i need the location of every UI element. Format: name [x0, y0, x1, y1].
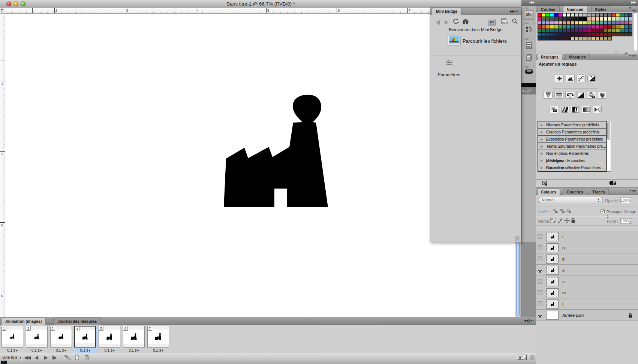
lock-all-icon[interactable] [571, 218, 577, 223]
color-swatch[interactable] [599, 36, 604, 40]
animation-frame-7[interactable]: 70,1 s▼ [146, 325, 171, 353]
frame-thumbnail[interactable]: 2 [26, 326, 48, 348]
layer-visibility-well[interactable] [536, 231, 544, 242]
color-swatch[interactable] [575, 33, 579, 36]
color-swatch[interactable] [587, 17, 591, 21]
color-swatch[interactable] [550, 36, 554, 40]
layer-row-arri-re-plan[interactable]: Arrière-plan [536, 310, 638, 321]
collapsed-panel-tab[interactable]: a...p4 [521, 83, 536, 94]
color-swatch[interactable] [604, 29, 608, 33]
color-swatch[interactable] [542, 21, 546, 25]
color-swatch[interactable] [538, 25, 542, 28]
color-swatch[interactable] [624, 17, 628, 21]
color-swatch[interactable] [558, 29, 562, 33]
color-swatch[interactable] [587, 36, 591, 40]
color-swatch[interactable] [562, 36, 566, 40]
history-panel-icon[interactable] [525, 25, 533, 33]
layers-panel-menu-icon[interactable] [629, 190, 636, 193]
tab-animation-images-[interactable]: Animation (images) [1, 318, 46, 325]
frame-thumbnail[interactable]: 4 [74, 326, 96, 348]
play-button[interactable]: ▶ [44, 355, 47, 360]
color-swatch[interactable] [604, 21, 608, 25]
dock-grip[interactable] [524, 66, 534, 68]
color-swatch[interactable] [542, 36, 546, 40]
color-swatch[interactable] [550, 21, 554, 25]
frame-thumbnail[interactable]: 7 [147, 326, 169, 348]
unify-visibility-icon[interactable] [559, 208, 565, 214]
color-swatch[interactable] [571, 21, 575, 25]
color-swatch[interactable] [546, 17, 550, 21]
color-swatch[interactable] [546, 29, 550, 33]
color-swatch[interactable] [571, 36, 575, 40]
layer-name[interactable]: o [562, 268, 565, 273]
eye-icon[interactable] [537, 313, 543, 320]
eye-icon[interactable] [537, 268, 543, 275]
channel-mixer-adjustment-button[interactable] [598, 91, 607, 99]
layer-thumbnail[interactable] [546, 277, 559, 286]
tab-couches[interactable]: Couches [563, 189, 587, 195]
visibility-checkbox[interactable] [538, 279, 542, 284]
color-swatch[interactable] [595, 33, 599, 36]
color-swatch[interactable] [624, 25, 628, 28]
layer-name[interactable]: m [562, 291, 566, 295]
layer-row-l[interactable]: l [536, 298, 638, 310]
frame-thumbnail[interactable]: 6 [123, 326, 145, 348]
animation-frame-2[interactable]: 20,1 s▼ [25, 325, 49, 353]
curves-adjustment-button[interactable] [577, 75, 586, 82]
color-swatch[interactable] [587, 29, 591, 33]
visibility-checkbox[interactable] [538, 290, 542, 295]
color-swatch[interactable] [608, 13, 612, 17]
color-swatch[interactable] [550, 25, 554, 28]
color-swatch[interactable] [579, 17, 583, 21]
color-swatch[interactable] [612, 17, 616, 21]
preset-row[interactable]: Niveaux Paramètres prédéfinis [538, 121, 606, 129]
tab-masques[interactable]: Masques [565, 54, 590, 60]
color-swatch[interactable] [583, 33, 587, 36]
color-swatch[interactable] [562, 25, 566, 28]
dock-grip[interactable] [524, 7, 534, 9]
color-swatch[interactable] [616, 21, 620, 25]
color-swatch[interactable] [591, 33, 595, 36]
color-swatch[interactable] [608, 21, 612, 25]
layer-row-o[interactable]: o [536, 265, 638, 276]
dock-grip[interactable] [524, 22, 534, 24]
color-swatch[interactable] [579, 33, 583, 36]
color-swatch[interactable] [538, 29, 542, 33]
posterize-adjustment-button[interactable] [560, 106, 569, 113]
frame-thumbnail[interactable]: 5 [99, 326, 120, 348]
color-swatch[interactable] [546, 36, 550, 40]
layer-row-n[interactable]: n [536, 276, 638, 287]
layer-row-m[interactable]: m [536, 287, 638, 298]
tab-trac-s[interactable]: Tracés [589, 189, 609, 195]
refresh-icon[interactable] [452, 18, 460, 26]
swatches-scrollbar[interactable] [633, 12, 637, 51]
color-swatch[interactable] [616, 33, 620, 36]
layer-thumbnail[interactable] [546, 300, 559, 309]
color-swatch[interactable] [587, 33, 591, 36]
layer-name[interactable]: q [562, 246, 565, 250]
layer-thumbnail[interactable] [546, 288, 559, 297]
color-swatch[interactable] [616, 29, 620, 33]
unify-style-icon[interactable] [566, 208, 572, 214]
color-swatch[interactable] [550, 13, 554, 17]
layer-thumbnail[interactable] [546, 232, 559, 241]
first-frame-button[interactable]: ◀◀ [24, 355, 30, 360]
color-swatch[interactable] [599, 13, 604, 17]
color-swatch[interactable] [575, 25, 579, 28]
color-swatch[interactable] [583, 29, 587, 33]
layer-name[interactable]: r [562, 234, 564, 239]
color-swatch[interactable] [558, 13, 562, 17]
color-swatch[interactable] [546, 33, 550, 36]
color-swatch[interactable] [538, 36, 542, 40]
layer-visibility-well[interactable] [536, 253, 544, 264]
color-swatch[interactable] [612, 33, 616, 36]
settings-label[interactable]: Paramètres [438, 72, 460, 77]
color-swatch[interactable] [628, 25, 632, 28]
layer-thumbnail[interactable] [546, 266, 559, 275]
color-swatch[interactable] [616, 25, 620, 28]
color-swatch[interactable] [599, 33, 604, 36]
layer-visibility-well[interactable] [536, 287, 544, 298]
tab-mini-bridge[interactable]: Mini Bridge [432, 8, 461, 15]
color-swatch[interactable] [571, 25, 575, 28]
layer-visibility-well[interactable] [536, 310, 544, 321]
